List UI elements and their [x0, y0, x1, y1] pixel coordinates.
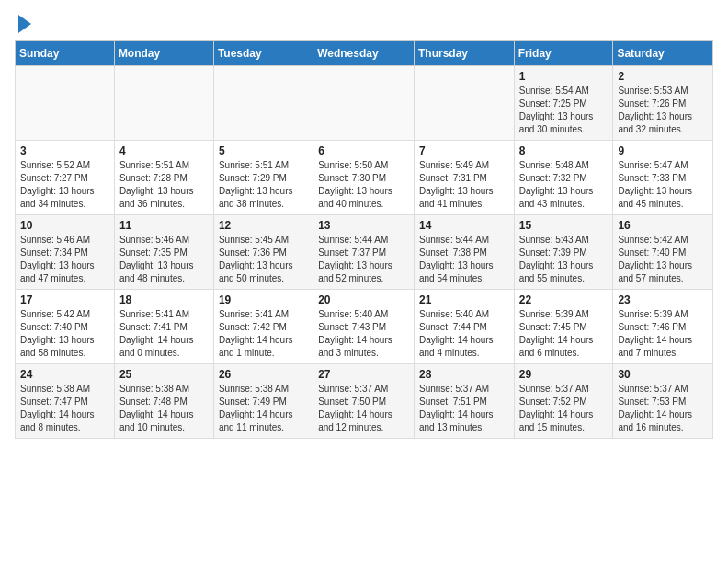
- day-info: Sunrise: 5:49 AMSunset: 7:31 PMDaylight:…: [419, 159, 509, 211]
- calendar-cell: 30Sunrise: 5:37 AMSunset: 7:53 PMDayligh…: [613, 364, 713, 439]
- calendar-cell: 10Sunrise: 5:46 AMSunset: 7:34 PMDayligh…: [16, 215, 115, 290]
- day-info: Sunrise: 5:52 AMSunset: 7:27 PMDaylight:…: [20, 159, 109, 211]
- day-info: Sunrise: 5:44 AMSunset: 7:38 PMDaylight:…: [419, 234, 509, 285]
- calendar-cell: 16Sunrise: 5:42 AMSunset: 7:40 PMDayligh…: [613, 215, 713, 290]
- calendar-cell: 4Sunrise: 5:51 AMSunset: 7:28 PMDaylight…: [114, 141, 213, 215]
- day-info: Sunrise: 5:53 AMSunset: 7:26 PMDaylight:…: [618, 85, 708, 136]
- day-number: 1: [519, 70, 609, 83]
- day-info: Sunrise: 5:45 AMSunset: 7:36 PMDaylight:…: [219, 234, 308, 285]
- calendar-cell: [213, 66, 313, 141]
- logo-triangle-icon: [18, 15, 31, 33]
- day-number: 29: [519, 368, 609, 381]
- calendar-cell: 14Sunrise: 5:44 AMSunset: 7:38 PMDayligh…: [414, 215, 514, 290]
- calendar-cell: [16, 66, 115, 141]
- calendar-week-row: 3Sunrise: 5:52 AMSunset: 7:27 PMDaylight…: [16, 141, 713, 215]
- day-number: 11: [119, 219, 209, 232]
- calendar-cell: 19Sunrise: 5:41 AMSunset: 7:42 PMDayligh…: [213, 290, 313, 364]
- day-info: Sunrise: 5:39 AMSunset: 7:45 PMDaylight:…: [519, 308, 609, 360]
- day-info: Sunrise: 5:41 AMSunset: 7:41 PMDaylight:…: [119, 308, 209, 360]
- day-info: Sunrise: 5:37 AMSunset: 7:53 PMDaylight:…: [618, 383, 708, 434]
- calendar-cell: 2Sunrise: 5:53 AMSunset: 7:26 PMDaylight…: [613, 66, 713, 141]
- day-number: 16: [618, 219, 708, 232]
- calendar-table: SundayMondayTuesdayWednesdayThursdayFrid…: [15, 40, 713, 439]
- day-info: Sunrise: 5:41 AMSunset: 7:42 PMDaylight:…: [219, 308, 308, 360]
- day-number: 30: [618, 368, 708, 381]
- day-number: 27: [318, 368, 409, 381]
- day-number: 28: [419, 368, 509, 381]
- day-info: Sunrise: 5:38 AMSunset: 7:48 PMDaylight:…: [119, 383, 209, 434]
- day-number: 3: [20, 144, 109, 157]
- calendar-cell: [414, 66, 514, 141]
- weekday-header-thursday: Thursday: [414, 41, 514, 66]
- calendar-cell: 21Sunrise: 5:40 AMSunset: 7:44 PMDayligh…: [414, 290, 514, 364]
- day-number: 20: [318, 293, 409, 306]
- calendar-cell: 28Sunrise: 5:37 AMSunset: 7:51 PMDayligh…: [414, 364, 514, 439]
- day-info: Sunrise: 5:51 AMSunset: 7:29 PMDaylight:…: [219, 159, 308, 211]
- calendar-cell: 18Sunrise: 5:41 AMSunset: 7:41 PMDayligh…: [114, 290, 213, 364]
- calendar-cell: 29Sunrise: 5:37 AMSunset: 7:52 PMDayligh…: [514, 364, 613, 439]
- day-number: 25: [119, 368, 209, 381]
- weekday-header-sunday: Sunday: [16, 41, 115, 66]
- calendar-week-row: 10Sunrise: 5:46 AMSunset: 7:34 PMDayligh…: [16, 215, 713, 290]
- day-number: 17: [20, 293, 109, 306]
- day-info: Sunrise: 5:39 AMSunset: 7:46 PMDaylight:…: [618, 308, 708, 360]
- page-header: [15, 15, 713, 33]
- calendar-cell: 20Sunrise: 5:40 AMSunset: 7:43 PMDayligh…: [313, 290, 415, 364]
- calendar-cell: 8Sunrise: 5:48 AMSunset: 7:32 PMDaylight…: [514, 141, 613, 215]
- day-number: 21: [419, 293, 509, 306]
- day-number: 10: [20, 219, 109, 232]
- calendar-cell: [114, 66, 213, 141]
- day-number: 22: [519, 293, 609, 306]
- day-info: Sunrise: 5:48 AMSunset: 7:32 PMDaylight:…: [519, 159, 609, 211]
- calendar-cell: 23Sunrise: 5:39 AMSunset: 7:46 PMDayligh…: [613, 290, 713, 364]
- weekday-header-friday: Friday: [514, 41, 613, 66]
- day-number: 6: [318, 144, 409, 157]
- calendar-week-row: 24Sunrise: 5:38 AMSunset: 7:47 PMDayligh…: [16, 364, 713, 439]
- logo: [15, 15, 31, 33]
- day-number: 26: [219, 368, 308, 381]
- day-number: 9: [618, 144, 708, 157]
- calendar-cell: 9Sunrise: 5:47 AMSunset: 7:33 PMDaylight…: [613, 141, 713, 215]
- day-number: 4: [119, 144, 209, 157]
- calendar-week-row: 1Sunrise: 5:54 AMSunset: 7:25 PMDaylight…: [16, 66, 713, 141]
- calendar-cell: 5Sunrise: 5:51 AMSunset: 7:29 PMDaylight…: [213, 141, 313, 215]
- calendar-cell: 15Sunrise: 5:43 AMSunset: 7:39 PMDayligh…: [514, 215, 613, 290]
- day-number: 14: [419, 219, 509, 232]
- calendar-cell: 27Sunrise: 5:37 AMSunset: 7:50 PMDayligh…: [313, 364, 415, 439]
- day-info: Sunrise: 5:42 AMSunset: 7:40 PMDaylight:…: [20, 308, 109, 360]
- calendar-cell: 11Sunrise: 5:46 AMSunset: 7:35 PMDayligh…: [114, 215, 213, 290]
- day-info: Sunrise: 5:44 AMSunset: 7:37 PMDaylight:…: [318, 234, 409, 285]
- calendar-cell: 6Sunrise: 5:50 AMSunset: 7:30 PMDaylight…: [313, 141, 415, 215]
- day-number: 23: [618, 293, 708, 306]
- weekday-header-monday: Monday: [114, 41, 213, 66]
- calendar-cell: 13Sunrise: 5:44 AMSunset: 7:37 PMDayligh…: [313, 215, 415, 290]
- day-info: Sunrise: 5:38 AMSunset: 7:47 PMDaylight:…: [20, 383, 109, 434]
- day-number: 7: [419, 144, 509, 157]
- day-info: Sunrise: 5:54 AMSunset: 7:25 PMDaylight:…: [519, 85, 609, 136]
- day-info: Sunrise: 5:42 AMSunset: 7:40 PMDaylight:…: [618, 234, 708, 285]
- day-info: Sunrise: 5:37 AMSunset: 7:50 PMDaylight:…: [318, 383, 409, 434]
- day-number: 19: [219, 293, 308, 306]
- weekday-header-tuesday: Tuesday: [213, 41, 313, 66]
- day-info: Sunrise: 5:46 AMSunset: 7:35 PMDaylight:…: [119, 234, 209, 285]
- calendar-cell: 24Sunrise: 5:38 AMSunset: 7:47 PMDayligh…: [16, 364, 115, 439]
- calendar-cell: 17Sunrise: 5:42 AMSunset: 7:40 PMDayligh…: [16, 290, 115, 364]
- day-info: Sunrise: 5:40 AMSunset: 7:43 PMDaylight:…: [318, 308, 409, 360]
- day-info: Sunrise: 5:46 AMSunset: 7:34 PMDaylight:…: [20, 234, 109, 285]
- day-number: 2: [618, 70, 708, 83]
- day-number: 18: [119, 293, 209, 306]
- day-info: Sunrise: 5:40 AMSunset: 7:44 PMDaylight:…: [419, 308, 509, 360]
- calendar-header-row: SundayMondayTuesdayWednesdayThursdayFrid…: [16, 41, 713, 66]
- day-number: 5: [219, 144, 308, 157]
- weekday-header-saturday: Saturday: [613, 41, 713, 66]
- calendar-cell: 1Sunrise: 5:54 AMSunset: 7:25 PMDaylight…: [514, 66, 613, 141]
- calendar-cell: 22Sunrise: 5:39 AMSunset: 7:45 PMDayligh…: [514, 290, 613, 364]
- day-number: 15: [519, 219, 609, 232]
- weekday-header-wednesday: Wednesday: [313, 41, 415, 66]
- day-number: 12: [219, 219, 308, 232]
- day-number: 24: [20, 368, 109, 381]
- day-number: 13: [318, 219, 409, 232]
- day-info: Sunrise: 5:37 AMSunset: 7:51 PMDaylight:…: [419, 383, 509, 434]
- day-info: Sunrise: 5:38 AMSunset: 7:49 PMDaylight:…: [219, 383, 308, 434]
- calendar-cell: 26Sunrise: 5:38 AMSunset: 7:49 PMDayligh…: [213, 364, 313, 439]
